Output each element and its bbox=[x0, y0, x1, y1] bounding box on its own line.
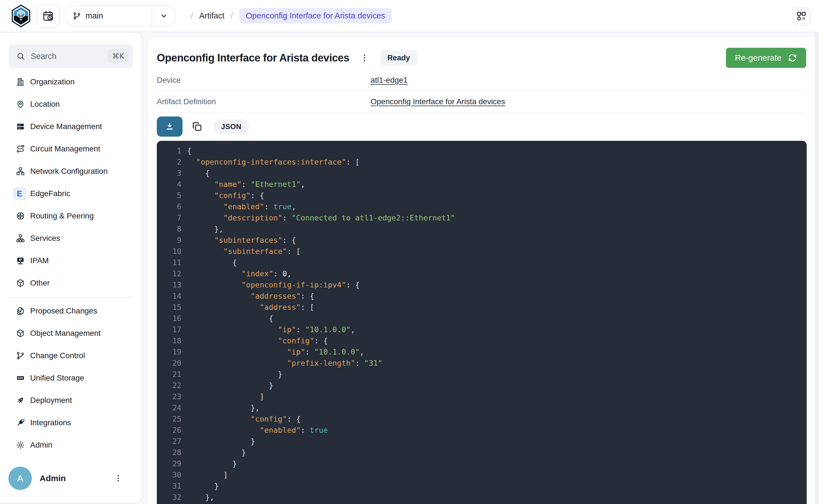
code-line: 1{ bbox=[157, 145, 807, 156]
ipam-icon: IP bbox=[16, 256, 25, 265]
sidebar-item-integrations[interactable]: Integrations bbox=[0, 412, 141, 434]
git-branch-icon bbox=[73, 12, 81, 20]
sidebar-item-other[interactable]: Other bbox=[0, 272, 141, 294]
map-pin-icon bbox=[16, 100, 25, 109]
refresh-icon bbox=[788, 53, 797, 63]
main-content: Openconfig Interface for Arista devices … bbox=[148, 37, 819, 504]
code-line: 30 ] bbox=[157, 469, 807, 481]
network-icon bbox=[16, 167, 25, 176]
sidebar-item-circuit-management[interactable]: Circuit Management bbox=[0, 138, 141, 160]
gear-icon bbox=[16, 441, 25, 450]
workflow-button[interactable] bbox=[792, 7, 811, 25]
storage-icon bbox=[16, 374, 25, 382]
calendar-clock-icon bbox=[42, 10, 54, 22]
code-line: 23 ] bbox=[157, 391, 807, 402]
file-diff-icon bbox=[16, 306, 25, 315]
sidebar-item-network-configuration[interactable]: Network Configuration bbox=[0, 160, 141, 182]
svg-text:IP: IP bbox=[19, 258, 22, 261]
calendar-button[interactable] bbox=[36, 4, 60, 28]
breadcrumb-separator: / bbox=[231, 11, 233, 21]
sidebar-item-label: Proposed Changes bbox=[30, 306, 97, 315]
app-logo-icon[interactable] bbox=[10, 4, 32, 28]
branch-name: main bbox=[85, 11, 103, 20]
code-line: 22 } bbox=[157, 380, 807, 391]
code-line: 21 } bbox=[157, 369, 807, 380]
search-input[interactable]: Search ⌘K bbox=[8, 44, 133, 68]
sidebar-item-object-management[interactable]: Object Management bbox=[0, 322, 141, 344]
sidebar-item-label: Admin bbox=[30, 441, 52, 450]
breadcrumb-item-artifact[interactable]: Artifact bbox=[199, 11, 224, 20]
sidebar-item-routing-peering[interactable]: Routing & Peering bbox=[0, 205, 141, 227]
sidebar-item-label: Unified Storage bbox=[30, 374, 84, 382]
download-button[interactable] bbox=[157, 117, 182, 137]
page-scrollbar[interactable] bbox=[815, 32, 819, 504]
code-line: 24 }, bbox=[157, 402, 807, 413]
code-line: 20 "prefix-length": "31" bbox=[157, 358, 807, 369]
sidebar-item-label: Integrations bbox=[30, 418, 71, 427]
sidebar-item-unified-storage[interactable]: Unified Storage bbox=[0, 367, 141, 389]
sidebar-item-services[interactable]: Services bbox=[0, 227, 141, 249]
code-line: 19 "ip": "10.1.0.0", bbox=[157, 346, 807, 358]
detail-label: Artifact Definition bbox=[157, 97, 370, 106]
code-viewer[interactable]: 1{2 "openconfig-interfaces:interface": [… bbox=[157, 141, 807, 504]
git-branch-icon bbox=[16, 351, 25, 360]
sidebar-item-label: Object Management bbox=[30, 329, 101, 338]
user-kebab-icon[interactable] bbox=[114, 474, 122, 482]
code-line: 12 "index": 0, bbox=[157, 268, 807, 279]
artifact-toolbar: JSON bbox=[157, 117, 249, 137]
copy-button[interactable] bbox=[191, 121, 203, 132]
sidebar-item-label: Network Configuration bbox=[30, 167, 108, 176]
sidebar-item-proposed-changes[interactable]: Proposed Changes bbox=[0, 300, 141, 322]
branch-selector[interactable]: main bbox=[65, 5, 176, 27]
code-line: 16 { bbox=[157, 313, 807, 324]
user-menu[interactable]: A Admin bbox=[8, 466, 133, 490]
chevron-down-icon bbox=[152, 12, 175, 20]
user-name: Admin bbox=[40, 474, 66, 483]
code-line: 3 { bbox=[157, 168, 807, 179]
sidebar-item-ipam[interactable]: IPIPAM bbox=[0, 249, 141, 272]
breadcrumb-separator: / bbox=[191, 11, 193, 21]
sidebar-item-deployment[interactable]: Deployment bbox=[0, 389, 141, 412]
code-line: 15 "address": [ bbox=[157, 302, 807, 313]
code-line: 14 "addresses": { bbox=[157, 291, 807, 302]
code-line: 7 "description": "Connected to atl1-edge… bbox=[157, 212, 807, 224]
edgefabric-letter-icon: E bbox=[13, 187, 26, 200]
sidebar-item-organization[interactable]: Organization bbox=[0, 71, 141, 93]
regenerate-button[interactable]: Re-generate bbox=[726, 48, 806, 68]
sidebar-item-label: Location bbox=[30, 100, 60, 109]
download-icon bbox=[165, 122, 175, 132]
code-line: 2 "openconfig-interfaces:interface": [ bbox=[157, 156, 807, 168]
code-line: 17 "ip": "10.1.0.0", bbox=[157, 324, 807, 335]
detail-label: Device bbox=[157, 76, 370, 85]
rocket-icon bbox=[16, 396, 25, 405]
sidebar-item-label: Other bbox=[30, 279, 50, 287]
code-line: 28 } bbox=[157, 447, 807, 458]
avatar: A bbox=[8, 467, 32, 490]
sidebar-item-change-control[interactable]: Change Control bbox=[0, 344, 141, 367]
building-icon bbox=[16, 77, 25, 86]
format-badge[interactable]: JSON bbox=[214, 120, 249, 134]
breadcrumb-item-current[interactable]: Openconfig Interface for Arista devices bbox=[239, 8, 392, 23]
code-line: 5 "config": { bbox=[157, 190, 807, 201]
detail-value-link[interactable]: Openconfig Interface for Arista devices bbox=[370, 97, 505, 106]
sidebar-item-admin[interactable]: Admin bbox=[0, 434, 141, 456]
detail-value-link[interactable]: atl1-edge1 bbox=[370, 76, 407, 85]
status-badge: Ready bbox=[380, 50, 417, 66]
search-shortcut: ⌘K bbox=[108, 49, 129, 63]
sidebar-item-device-management[interactable]: Device Management bbox=[0, 115, 141, 138]
sidebar-item-label: IPAM bbox=[30, 256, 49, 265]
sidebar-item-edgefabric[interactable]: EEdgeFabric bbox=[0, 182, 141, 205]
code-line: 4 "name": "Ethernet1", bbox=[157, 179, 807, 190]
title-menu-kebab-icon[interactable] bbox=[360, 53, 369, 62]
copy-icon bbox=[191, 121, 203, 132]
sidebar-item-location[interactable]: Location bbox=[0, 93, 141, 115]
code-line: 6 "enabled": true, bbox=[157, 201, 807, 212]
code-line: 18 "config": { bbox=[157, 335, 807, 346]
search-icon bbox=[16, 52, 25, 61]
detail-row: Artifact DefinitionOpenconfig Interface … bbox=[157, 91, 806, 113]
route-icon bbox=[16, 144, 25, 153]
server-icon bbox=[16, 122, 25, 131]
details-table: Deviceatl1-edge1Artifact DefinitionOpenc… bbox=[157, 70, 806, 113]
code-lines: 1{2 "openconfig-interfaces:interface": [… bbox=[157, 145, 807, 503]
regenerate-label: Re-generate bbox=[735, 53, 782, 63]
